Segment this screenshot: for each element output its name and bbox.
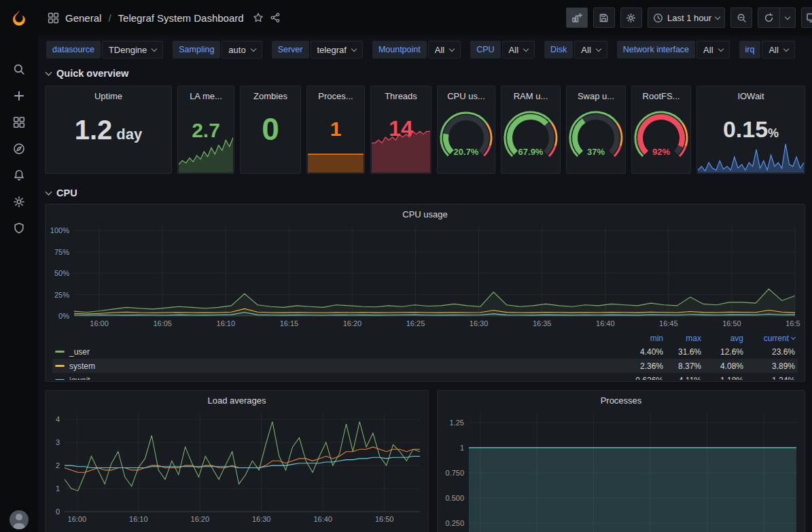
add-panel-button[interactable] xyxy=(566,7,588,28)
sampling-dropdown[interactable]: auto xyxy=(222,41,262,58)
panel-title[interactable]: LA me... xyxy=(178,86,234,101)
cpu-dropdown[interactable]: All xyxy=(502,41,535,58)
svg-text:16:50: 16:50 xyxy=(722,319,741,327)
refresh-button[interactable] xyxy=(758,7,779,28)
svg-text:100%: 100% xyxy=(50,226,69,234)
breadcrumb-dashboard-title[interactable]: Telegraf System Dashboard xyxy=(118,12,244,24)
svg-text:92%: 92% xyxy=(652,147,670,157)
section-quick-overview[interactable]: Quick overview xyxy=(46,65,805,82)
datasource-dropdown[interactable]: TDengine xyxy=(102,41,163,58)
refresh-interval-dropdown[interactable] xyxy=(779,7,796,28)
panel-title[interactable]: Zombies xyxy=(241,86,300,101)
filter-value: TDengine xyxy=(109,45,147,55)
filter-label: Disk xyxy=(544,41,573,58)
panel-ram-gauge: RAM u... 67.9% xyxy=(501,86,561,174)
legend-header-min[interactable]: min xyxy=(621,334,663,343)
share-icon[interactable] xyxy=(270,12,281,23)
filter-value: All xyxy=(435,45,444,55)
svg-text:3: 3 xyxy=(56,438,60,446)
bottom-panel-row: Load averages 0123416:0016:1016:2016:301… xyxy=(45,390,805,532)
sidebar-item-explore[interactable] xyxy=(0,135,38,162)
filter-label: Server xyxy=(272,41,309,58)
dashboards-icon xyxy=(48,12,59,24)
dashboard-settings-button[interactable] xyxy=(620,7,642,28)
legend-row-iowait[interactable]: iowait 0.626% 4.11% 1.18% 1.24% xyxy=(52,373,798,380)
sidebar-item-alerting[interactable] xyxy=(0,162,38,188)
panel-cpu-gauge: CPU us... 20.7% xyxy=(437,86,495,174)
svg-text:16:50: 16:50 xyxy=(375,515,394,523)
iowait-sparkline xyxy=(698,141,804,173)
sidebar-item-search[interactable] xyxy=(0,56,38,82)
mountpoint-dropdown[interactable]: All xyxy=(428,41,461,58)
panel-title[interactable]: Uptime xyxy=(46,86,171,101)
filter-bar: datasource TDengine Sampling auto Server… xyxy=(38,35,812,64)
sidebar-item-configuration[interactable] xyxy=(0,188,38,215)
breadcrumb-folder[interactable]: General xyxy=(65,12,101,24)
svg-text:16:10: 16:10 xyxy=(129,515,148,523)
disk-dropdown[interactable]: All xyxy=(574,41,607,58)
star-icon[interactable] xyxy=(253,12,264,23)
plus-icon xyxy=(13,90,25,102)
panel-title[interactable]: Swap u... xyxy=(567,86,625,101)
sidebar xyxy=(0,0,38,532)
sidebar-item-create[interactable] xyxy=(0,82,38,109)
processes-chart[interactable]: 0.2500.5000.75011.25 xyxy=(440,407,802,532)
panel-title[interactable]: Proces... xyxy=(307,86,364,101)
sidebar-item-dashboards[interactable] xyxy=(0,109,38,135)
zoom-out-button[interactable] xyxy=(730,7,752,28)
filter-cpu: CPU All xyxy=(470,41,535,58)
save-icon xyxy=(599,13,609,23)
filter-label: CPU xyxy=(470,41,500,58)
panel-title[interactable]: Processes xyxy=(438,391,805,406)
chevron-down-icon xyxy=(791,335,796,340)
panel-title[interactable]: Threads xyxy=(371,86,431,101)
panel-title[interactable]: CPU us... xyxy=(438,86,495,101)
filter-value: All xyxy=(769,45,778,55)
network-interface-dropdown[interactable]: All xyxy=(696,41,729,58)
navbar-actions: Last 1 hour xyxy=(566,7,812,28)
svg-text:2: 2 xyxy=(56,461,60,469)
processes-value: 1 xyxy=(307,119,364,139)
chevron-down-icon xyxy=(449,46,455,51)
chevron-down-icon xyxy=(46,189,52,196)
series-name: iowait xyxy=(69,376,90,380)
panel-title[interactable]: RootFS... xyxy=(632,86,690,101)
filter-server: Server telegraf xyxy=(272,41,363,58)
user-avatar[interactable] xyxy=(10,510,29,529)
legend-row-user[interactable]: _user 4.40% 31.6% 12.6% 23.6% xyxy=(52,344,798,359)
panel-threads: Threads 14 xyxy=(370,86,431,174)
filter-datasource: datasource TDengine xyxy=(46,41,163,58)
cpu-usage-chart[interactable]: 0%25%50%75%100%16:0016:0516:1016:1516:20… xyxy=(50,222,800,330)
panel-title[interactable]: CPU usage xyxy=(46,205,805,219)
panel-title[interactable]: RAM u... xyxy=(501,86,560,101)
server-dropdown[interactable]: telegraf xyxy=(311,41,363,58)
svg-text:0%: 0% xyxy=(58,312,69,320)
legend-row-system[interactable]: system 2.36% 8.37% 4.08% 3.89% xyxy=(52,359,798,373)
section-cpu[interactable]: CPU xyxy=(46,185,805,201)
irq-dropdown[interactable]: All xyxy=(762,41,794,58)
chevron-down-icon xyxy=(596,46,601,51)
chevron-down-icon xyxy=(351,46,357,51)
panel-title[interactable]: Load averages xyxy=(46,391,428,406)
grafana-logo[interactable] xyxy=(0,0,38,38)
legend-header-avg[interactable]: avg xyxy=(701,334,743,343)
cpu-usage-legend: min max avg current _user 4.40% 31.6% 12… xyxy=(52,332,798,380)
avatar-body xyxy=(13,523,25,529)
dashboards-icon xyxy=(13,116,25,128)
load-averages-chart[interactable]: 0123416:0016:1016:2016:3016:4016:50 xyxy=(48,407,425,524)
filter-value: auto xyxy=(228,45,245,55)
legend-header: min max avg current xyxy=(52,332,798,344)
cycle-view-button[interactable] xyxy=(801,7,812,28)
legend-header-current[interactable]: current xyxy=(743,334,795,343)
iowait-value: 0.15% xyxy=(697,118,805,141)
save-dashboard-button[interactable] xyxy=(593,7,615,28)
panel-title[interactable]: IOWait xyxy=(697,86,805,101)
quick-overview-row: Uptime 1.2day LA me... 2.7 Zombies 0 Pro… xyxy=(45,86,805,174)
panel-load-averages: Load averages 0123416:0016:1016:2016:301… xyxy=(45,390,429,532)
legend-header-max[interactable]: max xyxy=(663,334,701,343)
filter-mountpoint: Mountpoint All xyxy=(372,41,461,58)
compass-icon xyxy=(13,143,25,155)
svg-text:25%: 25% xyxy=(54,291,69,299)
sidebar-item-server-admin[interactable] xyxy=(0,215,38,241)
time-range-picker[interactable]: Last 1 hour xyxy=(648,7,725,28)
